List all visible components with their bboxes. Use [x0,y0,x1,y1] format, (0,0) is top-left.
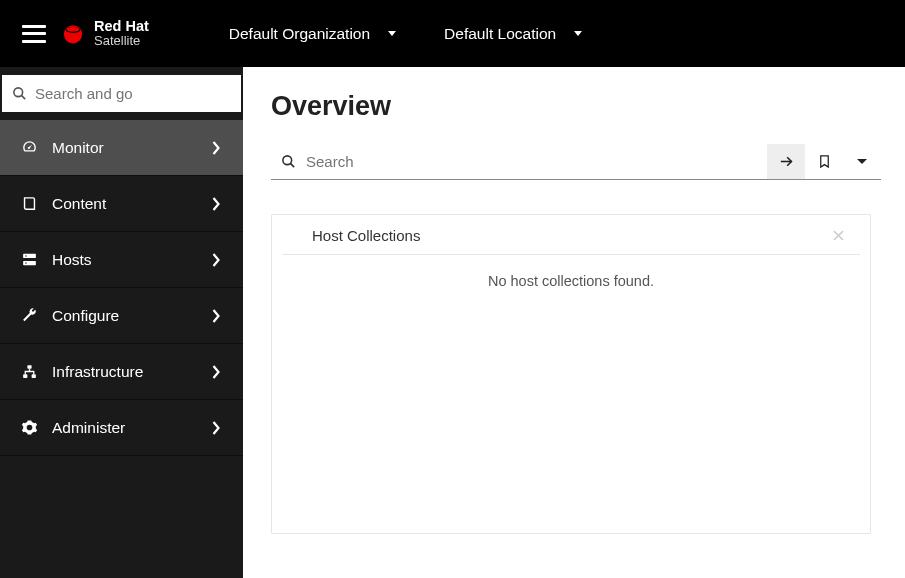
chevron-right-icon [212,309,221,323]
search-row [271,144,881,180]
svg-rect-9 [27,365,31,369]
search-submit-button[interactable] [767,144,805,180]
caret-down-icon [388,31,396,36]
sidebar-item-label: Administer [52,419,125,437]
svg-point-8 [25,262,26,263]
main-content: Overview [243,67,905,578]
caret-down-icon [857,159,867,164]
sidebar-item-administer[interactable]: Administer [0,400,243,456]
caret-down-icon [574,31,582,36]
sidebar-item-label: Configure [52,307,119,325]
brand-line2: Satellite [94,34,149,48]
svg-rect-5 [23,254,36,258]
location-dropdown[interactable]: Default Location [430,0,596,67]
wrench-icon [20,307,38,324]
sidebar-item-label: Hosts [52,251,92,269]
sidebar-item-hosts[interactable]: Hosts [0,232,243,288]
server-icon [20,251,38,268]
svg-rect-6 [23,261,36,265]
bookmark-button[interactable] [805,144,843,180]
org-dropdown[interactable]: Default Organization [215,0,410,67]
close-icon[interactable] [833,230,844,241]
chevron-right-icon [212,365,221,379]
search-icon [281,154,296,169]
chevron-right-icon [212,141,221,155]
sidebar-item-monitor[interactable]: Monitor [0,120,243,176]
svg-point-3 [14,88,23,97]
brand-line1: Red Hat [94,19,149,34]
sidebar-item-content[interactable]: Content [0,176,243,232]
main-search[interactable] [271,144,768,180]
main-search-input[interactable] [306,153,762,170]
dashboard-icon [20,139,38,156]
bookmark-icon [817,153,832,170]
sidebar-search-input[interactable] [35,85,231,102]
gear-icon [20,419,38,436]
arrow-right-icon [778,153,795,170]
top-bar: Red Hat Satellite Default Organization D… [0,0,905,67]
brand[interactable]: Red Hat Satellite [60,19,149,48]
hamburger-menu-icon[interactable] [22,22,46,46]
svg-rect-11 [31,374,35,378]
svg-point-7 [25,255,26,256]
chevron-right-icon [212,253,221,267]
sidebar-item-infrastructure[interactable]: Infrastructure [0,344,243,400]
sidebar-item-label: Content [52,195,106,213]
search-icon [12,86,27,101]
svg-line-4 [21,95,25,99]
page-title: Overview [271,91,881,122]
brand-text: Red Hat Satellite [94,19,149,48]
bookmark-dropdown-button[interactable] [843,144,881,180]
sidebar-item-configure[interactable]: Configure [0,288,243,344]
location-label: Default Location [444,25,556,43]
book-icon [20,195,38,212]
chevron-right-icon [212,197,221,211]
panel-empty-text: No host collections found. [488,273,654,289]
org-label: Default Organization [229,25,370,43]
chevron-right-icon [212,421,221,435]
redhat-logo-icon [60,20,86,46]
sidebar-item-label: Monitor [52,139,104,157]
svg-point-12 [283,156,292,165]
sidebar-item-label: Infrastructure [52,363,143,381]
svg-line-13 [290,163,294,167]
host-collections-panel: Host Collections No host collections fou… [271,214,871,534]
svg-rect-10 [23,374,27,378]
sidebar: Monitor Content Hosts [0,67,243,578]
svg-point-2 [67,28,80,33]
panel-title: Host Collections [312,227,420,244]
sidebar-search[interactable] [2,75,241,112]
network-icon [20,363,38,380]
